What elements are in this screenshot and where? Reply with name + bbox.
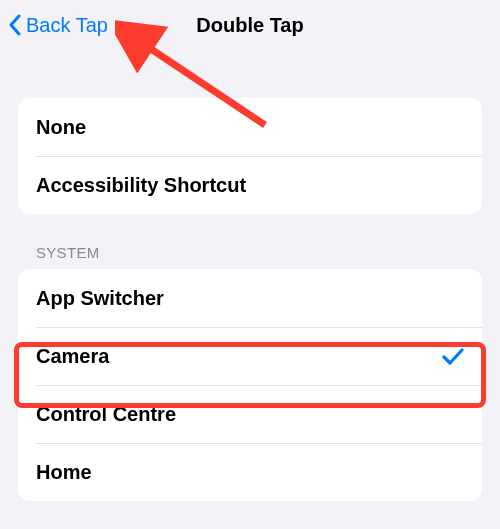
option-label: Home: [36, 461, 92, 484]
checkmark-icon: [442, 347, 464, 365]
navigation-bar: Back Tap Double Tap: [0, 0, 500, 50]
options-group-system: App Switcher Camera Control Centre Home: [18, 269, 482, 501]
option-app-switcher[interactable]: App Switcher: [18, 269, 482, 327]
option-control-centre[interactable]: Control Centre: [18, 385, 482, 443]
option-none[interactable]: None: [18, 98, 482, 156]
option-label: Accessibility Shortcut: [36, 174, 246, 197]
chevron-left-icon: [8, 14, 22, 36]
option-home[interactable]: Home: [18, 443, 482, 501]
option-label: Control Centre: [36, 403, 176, 426]
back-button[interactable]: Back Tap: [8, 0, 108, 50]
option-accessibility-shortcut[interactable]: Accessibility Shortcut: [18, 156, 482, 214]
back-button-label: Back Tap: [26, 14, 108, 37]
option-label: Camera: [36, 345, 109, 368]
option-label: App Switcher: [36, 287, 164, 310]
option-label: None: [36, 116, 86, 139]
option-camera[interactable]: Camera: [18, 327, 482, 385]
section-header-system: SYSTEM: [18, 244, 482, 269]
page-title: Double Tap: [196, 14, 303, 37]
options-group-1: None Accessibility Shortcut: [18, 98, 482, 214]
